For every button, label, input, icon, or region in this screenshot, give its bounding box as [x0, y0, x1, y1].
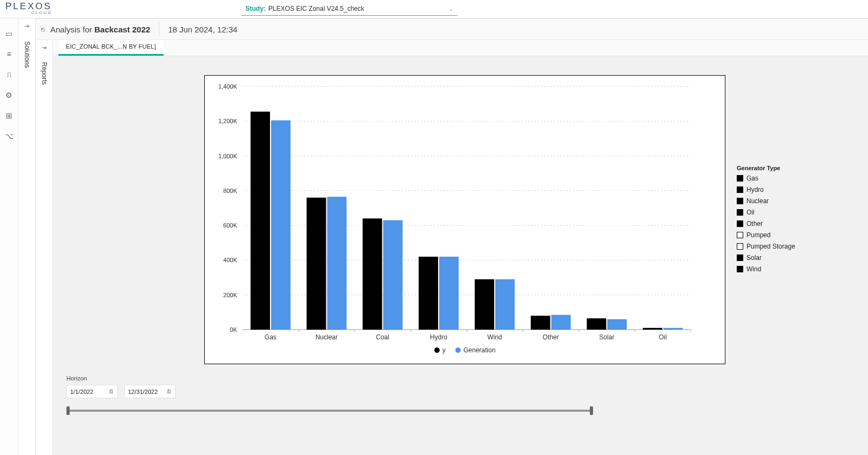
horizon-slider[interactable] [66, 406, 593, 416]
study-value: PLEXOS EIC Zonal V24.5_check [268, 5, 364, 12]
svg-rect-29 [419, 257, 438, 330]
svg-text:Nuclear: Nuclear [315, 333, 338, 341]
svg-text:Coal: Coal [376, 333, 389, 341]
svg-text:Other: Other [543, 333, 559, 341]
legend-item-label: Solar [746, 254, 762, 262]
solutions-panel-tab[interactable]: ⇥ Solutions [18, 18, 36, 455]
legend-swatch [737, 266, 743, 272]
svg-text:Solar: Solar [599, 333, 614, 341]
horizon-to-input[interactable]: 12/31/2022 🗓 [124, 385, 176, 398]
settings-icon[interactable]: ⚙ [5, 91, 14, 99]
legend-item-label: Oil [746, 209, 755, 216]
generator-type-legend: Generator Type GasHydroNuclearOilOtherPu… [737, 165, 812, 275]
expand-icon: ⇥ [24, 23, 29, 30]
legend-item-pumped-storage[interactable]: Pumped Storage [737, 240, 812, 252]
legend-item-hydro[interactable]: Hydro [737, 184, 812, 195]
legend-item-oil[interactable]: Oil [737, 206, 812, 218]
tree-icon[interactable]: ⊞ [5, 111, 14, 120]
expand-icon: ⇥ [42, 44, 46, 51]
svg-text:200K: 200K [223, 292, 237, 298]
legend-swatch [737, 198, 743, 204]
left-icon-rail: ▭ ≡ ⎍ ⚙ ⊞ ⌥ [0, 18, 18, 455]
svg-rect-46 [663, 328, 683, 330]
legend-item-solar[interactable]: Solar [737, 252, 812, 263]
reports-panel-tab[interactable]: ⇥ Reports [36, 40, 53, 455]
database-icon[interactable]: ≡ [5, 50, 14, 58]
legend-swatch [737, 255, 743, 261]
chevron-down-icon: ⌄ [449, 6, 453, 12]
chart-container: 0K200K400K600K800K1,000K1,200K1,400KGasN… [204, 75, 725, 364]
svg-point-49 [434, 347, 440, 353]
legend-item-label: Pumped [746, 231, 771, 239]
legend-title: Generator Type [737, 165, 812, 171]
svg-text:y: y [442, 346, 446, 354]
svg-rect-37 [531, 316, 550, 330]
legend-swatch [737, 220, 743, 227]
svg-rect-17 [251, 112, 270, 330]
legend-item-gas[interactable]: Gas [737, 172, 812, 184]
svg-rect-42 [607, 319, 627, 330]
legend-item-label: Gas [746, 175, 758, 182]
horizon-label: Horizon [66, 375, 593, 382]
legend-item-pumped[interactable]: Pumped [737, 229, 812, 240]
bar-chart: 0K200K400K600K800K1,000K1,200K1,400KGasN… [205, 76, 725, 364]
svg-text:400K: 400K [223, 257, 237, 263]
svg-text:1,400K: 1,400K [218, 83, 238, 90]
horizon-from-value: 1/1/2022 [70, 389, 93, 395]
analysis-title: Analysis for Backcast 2022 [50, 25, 150, 34]
legend-item-wind[interactable]: Wind [737, 263, 812, 275]
svg-rect-41 [587, 318, 606, 330]
horizon-to-value: 12/31/2022 [128, 389, 158, 395]
legend-item-label: Wind [746, 265, 761, 273]
study-selector[interactable]: Study: PLEXOS EIC Zonal V24.5_check ⌄ [241, 3, 457, 16]
legend-swatch [737, 186, 743, 193]
svg-text:Generation: Generation [463, 346, 495, 354]
sliders-icon[interactable]: ⎍ [5, 70, 14, 79]
app-logo: PLEXOS CLOUD [5, 3, 52, 15]
calendar-icon: 🗓 [166, 389, 172, 394]
reports-label: Reports [41, 62, 48, 85]
analysis-header: ⎋ Analysis for Backcast 2022 18 Jun 2024… [36, 18, 868, 40]
legend-item-other[interactable]: Other [737, 218, 812, 229]
solutions-label: Solutions [23, 41, 31, 68]
report-tabstrip: EIC_ZONAL BCK_...N BY FUEL] [53, 40, 868, 56]
legend-item-label: Other [746, 220, 763, 228]
tab-report-0[interactable]: EIC_ZONAL BCK_...N BY FUEL] [58, 40, 164, 56]
svg-rect-30 [439, 257, 459, 330]
analysis-timestamp: 18 Jun 2024, 12:34 [168, 25, 237, 34]
svg-point-51 [455, 347, 461, 353]
svg-rect-34 [495, 279, 515, 330]
svg-rect-22 [327, 197, 347, 330]
branch-icon[interactable]: ⌥ [5, 132, 14, 140]
legend-item-label: Nuclear [746, 197, 769, 205]
svg-rect-38 [551, 315, 571, 330]
svg-text:800K: 800K [223, 188, 237, 194]
svg-rect-33 [475, 279, 494, 330]
page-icon[interactable]: ▭ [5, 29, 14, 38]
legend-item-label: Pumped Storage [746, 243, 795, 250]
svg-text:Gas: Gas [265, 333, 277, 341]
svg-text:Hydro: Hydro [430, 333, 447, 341]
horizon-slider-thumb-right[interactable] [590, 406, 593, 415]
svg-rect-45 [643, 328, 662, 330]
svg-text:Oil: Oil [659, 333, 667, 341]
legend-swatch [737, 175, 743, 182]
svg-text:600K: 600K [223, 222, 237, 229]
svg-rect-21 [307, 198, 326, 330]
legend-swatch [737, 243, 743, 250]
svg-rect-18 [271, 121, 291, 330]
legend-swatch [737, 209, 743, 216]
svg-text:Wind: Wind [487, 333, 502, 341]
svg-text:1,000K: 1,000K [218, 153, 238, 159]
horizon-slider-thumb-left[interactable] [66, 406, 70, 415]
legend-item-nuclear[interactable]: Nuclear [737, 195, 812, 206]
svg-rect-25 [362, 218, 382, 330]
analysis-icon: ⎋ [41, 25, 45, 33]
legend-item-label: Hydro [746, 186, 764, 193]
svg-text:1,200K: 1,200K [218, 118, 238, 124]
svg-text:0K: 0K [230, 326, 238, 333]
calendar-icon: 🗓 [109, 389, 114, 394]
legend-swatch [737, 232, 743, 238]
study-label: Study: [246, 5, 266, 12]
horizon-from-input[interactable]: 1/1/2022 🗓 [66, 385, 118, 398]
